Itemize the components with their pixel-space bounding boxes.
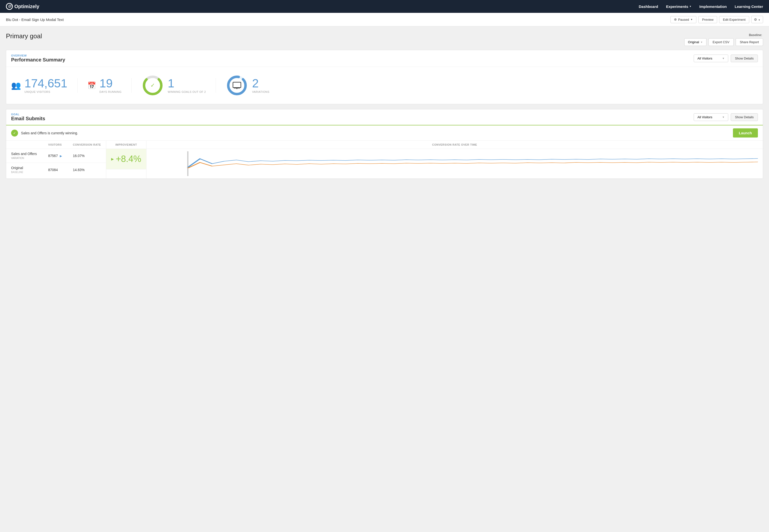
days-value: 19 — [100, 78, 122, 89]
variations-value: 2 — [252, 78, 269, 89]
variation-name: Sales and Offers — [11, 152, 37, 156]
col-conversion-rate: CONVERSION RATE — [68, 141, 106, 149]
goal-dropdown-caret-icon: ▼ — [722, 116, 725, 118]
logo: Ⓞ Optimizely — [6, 3, 39, 10]
variation-badge: VARIATION — [11, 157, 24, 159]
controls-row: Original ▼ Export CSV Share Report — [684, 38, 763, 46]
improvement-column: IMPROVEMENT ▶ +8.4% — [106, 141, 146, 178]
preview-button[interactable]: Preview — [698, 16, 717, 23]
overview-title: Performance Summary — [11, 57, 65, 63]
winning-check-icon: ✓ — [11, 130, 18, 137]
winning-goals-content: 1 WINNING GOALS OUT OF 2 — [168, 78, 206, 93]
winning-goals-label: WINNING GOALS OUT OF 2 — [168, 90, 206, 93]
goal-card: GOAL Email Submits All Visitors ▼ Show D… — [6, 109, 763, 179]
days-stat-content: 19 DAYS RUNNING — [100, 78, 122, 93]
settings-button[interactable]: ⚙ ▼ — [751, 16, 763, 23]
main-content: Primary goal Baseline: Original ▼ Export… — [0, 26, 769, 190]
overview-section-label: OVERVIEW — [11, 54, 65, 57]
status-dot — [674, 18, 677, 21]
overview-show-details-button[interactable]: Show Details — [731, 55, 758, 62]
winning-goals-stat: ✓ 1 WINNING GOALS OUT OF 2 — [141, 74, 206, 97]
svg-point-4 — [228, 77, 245, 94]
overview-controls: All Visitors ▼ Show Details — [694, 55, 758, 62]
goal-show-details-button[interactable]: Show Details — [731, 113, 758, 121]
status-button[interactable]: Paused ▼ — [670, 16, 696, 23]
play-icon-row1[interactable]: ▶ — [60, 154, 62, 158]
goal-title: Email Submits — [11, 116, 45, 121]
winning-message: Sales and Offers is currently winning. — [21, 131, 733, 135]
baseline-value: Original — [688, 40, 699, 44]
svg-rect-6 — [234, 88, 240, 88]
primary-goal-header: Primary goal Baseline: Original ▼ Export… — [6, 32, 763, 46]
stat-divider-1 — [77, 78, 78, 93]
stat-divider-2 — [131, 78, 132, 93]
navigation: Ⓞ Optimizely Dashboard Experiments Imple… — [0, 0, 769, 13]
nav-implementation[interactable]: Implementation — [699, 4, 727, 9]
conv-rate-row2: 14.83% — [73, 168, 84, 172]
goal-header-left: GOAL Email Submits — [11, 113, 45, 121]
nav-links: Dashboard Experiments Implementation Lea… — [639, 4, 763, 9]
goal-section-label: GOAL — [11, 113, 45, 116]
col-visitors: VISITORS — [43, 141, 68, 149]
original-name: Original — [11, 166, 23, 170]
conversion-rate-chart — [151, 151, 758, 176]
original-name-cell: Original BASELINE — [6, 163, 43, 177]
chart-area: CONVERSION RATE OVER TIME — [146, 141, 763, 178]
goal-visitor-filter-label: All Visitors — [697, 115, 712, 119]
nav-experiments[interactable]: Experiments — [666, 4, 691, 9]
improvement-value: +8.4% — [116, 154, 141, 164]
export-csv-button[interactable]: Export CSV — [709, 38, 734, 46]
subheader-controls: Paused ▼ Preview Edit Experiment ⚙ ▼ — [670, 16, 763, 23]
nav-dashboard[interactable]: Dashboard — [639, 4, 658, 9]
visitors-stat-content: 174,651 UNIQUE VISITORS — [24, 78, 67, 93]
baseline-group: Baseline: Original ▼ Export CSV Share Re… — [684, 33, 763, 46]
overview-header: OVERVIEW Performance Summary All Visitor… — [6, 50, 763, 67]
baseline-label: Baseline: — [749, 33, 762, 37]
variations-label: VARIATIONS — [252, 90, 269, 93]
goal-visitor-filter[interactable]: All Visitors ▼ — [694, 113, 728, 121]
stats-row: 👥 174,651 UNIQUE VISITORS 📅 19 DAYS RUNN… — [6, 67, 763, 104]
variations-content: 2 VARIATIONS — [252, 78, 269, 93]
winning-banner: ✓ Sales and Offers is currently winning.… — [6, 125, 763, 141]
overview-header-left: OVERVIEW Performance Summary — [11, 54, 65, 63]
edit-experiment-button[interactable]: Edit Experiment — [719, 16, 749, 23]
logo-icon: Ⓞ — [6, 3, 13, 10]
status-label: Paused — [678, 18, 689, 21]
visitors-value: 174,651 — [24, 78, 67, 89]
winning-goals-donut: ✓ — [141, 74, 164, 97]
launch-button[interactable]: Launch — [733, 128, 758, 138]
share-report-button[interactable]: Share Report — [736, 38, 763, 46]
primary-goal-title-group: Primary goal — [6, 32, 42, 40]
unique-visitors-stat: 👥 174,651 UNIQUE VISITORS — [11, 78, 67, 93]
variation-name-cell: Sales and Offers VARIATION — [6, 149, 43, 163]
chart-header: CONVERSION RATE OVER TIME — [146, 141, 763, 149]
improvement-empty — [106, 169, 146, 178]
table-row: Original BASELINE 87084 14.83% — [6, 163, 106, 177]
chart-content — [146, 149, 763, 178]
goal-table: VISITORS CONVERSION RATE Sales and Offer… — [6, 141, 106, 178]
primary-goal-controls: Baseline: Original ▼ Export CSV Share Re… — [684, 33, 763, 46]
primary-goal-title: Primary goal — [6, 32, 42, 40]
overview-visitor-filter[interactable]: All Visitors ▼ — [694, 55, 728, 62]
conversion-rate-cell: 16.07% — [68, 149, 106, 163]
experiment-title: Blu Dot - Email Sign Up Modal Text — [6, 18, 64, 22]
goal-header: GOAL Email Submits All Visitors ▼ Show D… — [6, 109, 763, 125]
svg-rect-5 — [233, 82, 241, 88]
nav-learning-center[interactable]: Learning Center — [735, 4, 763, 9]
visitors-cell-2: 87084 — [43, 163, 68, 177]
overview-visitor-filter-label: All Visitors — [697, 57, 712, 60]
variations-donut — [226, 74, 248, 97]
original-badge: BASELINE — [11, 171, 23, 174]
col-improvement: IMPROVEMENT — [106, 141, 146, 149]
baseline-selector[interactable]: Original ▼ — [684, 38, 707, 46]
conv-rate-row1: 16.07% — [73, 154, 84, 158]
winning-goals-value: 1 — [168, 78, 206, 89]
col-variation — [6, 141, 43, 149]
variations-stat: 2 VARIATIONS — [226, 74, 269, 97]
visitors-icon: 👥 — [11, 81, 21, 90]
overview-card: OVERVIEW Performance Summary All Visitor… — [6, 50, 763, 104]
svg-text:✓: ✓ — [150, 82, 155, 88]
improvement-play-icon[interactable]: ▶ — [111, 157, 114, 161]
conversion-rate-cell-2: 14.83% — [68, 163, 106, 177]
visitors-value-row1: 87567 — [48, 154, 58, 158]
